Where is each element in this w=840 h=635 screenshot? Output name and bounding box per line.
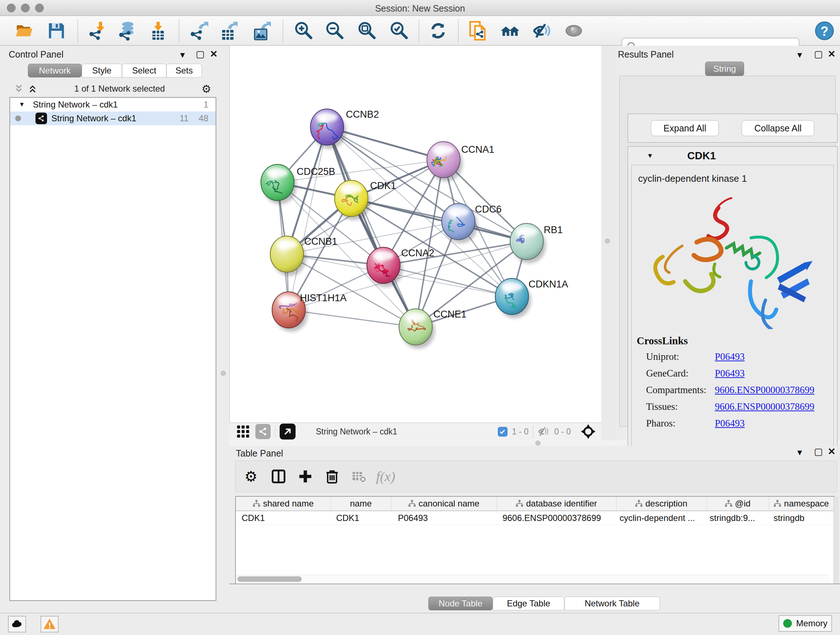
crosshair-icon[interactable] (580, 424, 596, 440)
tab-string[interactable]: String (705, 62, 744, 76)
results-panel-close-button[interactable]: ✕ (828, 49, 836, 59)
table-cell[interactable]: P06493 (392, 511, 497, 524)
table-panel-float-button[interactable]: ▾ (797, 448, 802, 457)
node-RB1[interactable] (510, 223, 546, 263)
node-CCNE1[interactable] (399, 309, 435, 348)
birdseye-grid-button[interactable] (236, 424, 250, 439)
table-panel-close-button[interactable]: ✕ (828, 447, 836, 456)
results-panel-float-button[interactable]: ▾ (797, 50, 802, 59)
crosslink-link[interactable]: P06493 (715, 368, 745, 379)
import-network-button[interactable] (88, 20, 109, 41)
results-panel-maximize-button[interactable]: ▢ (814, 49, 823, 59)
tab-style[interactable]: Style (82, 64, 122, 78)
control-panel-close-button[interactable]: ✕ (210, 49, 218, 59)
tab-edge-table[interactable]: Edge Table (493, 597, 564, 610)
show-all-button[interactable] (563, 20, 584, 41)
column-header--id[interactable]: @id (707, 497, 769, 510)
column-header-database-identifier[interactable]: database identifier (497, 497, 616, 510)
network-view-canvas[interactable]: CCNB2CCNA1CDC25BCDK1CDC6RB1CCNB1CCNA2CDK… (229, 46, 601, 423)
node-CDKN1A[interactable] (495, 279, 531, 318)
table-cell[interactable]: CDK1 (330, 511, 392, 524)
control-panel-float-button[interactable]: ▾ (180, 50, 185, 59)
column-header-canonical-name[interactable]: canonical name (391, 497, 497, 510)
open-in-window-button[interactable] (279, 424, 295, 440)
export-network-button[interactable] (189, 20, 210, 41)
open-session-button[interactable] (14, 20, 35, 41)
table-vertical-scrollbar[interactable] (834, 497, 838, 584)
import-table-button[interactable] (148, 20, 169, 41)
expand-all-tree-icon[interactable] (27, 84, 38, 94)
help-button[interactable]: ? (814, 20, 835, 41)
zoom-selected-button[interactable] (388, 20, 409, 41)
table-cell[interactable]: CDK1 (236, 511, 330, 524)
refresh-icon (429, 21, 447, 40)
collapse-all-button[interactable]: Collapse All (742, 120, 814, 136)
column-header-namespace[interactable]: namespace (769, 497, 834, 510)
delete-column-button[interactable] (322, 466, 343, 487)
right-splitter-handle[interactable] (605, 239, 610, 244)
zoom-out-button[interactable] (324, 20, 345, 41)
node-description: cyclin-dependent kinase 1 (638, 173, 834, 184)
table-cell[interactable]: cyclin-dependent ... (614, 511, 704, 524)
expand-all-button[interactable]: Expand All (651, 120, 719, 136)
horizontal-splitter-handle[interactable] (535, 440, 540, 446)
column-header-description[interactable]: description (616, 497, 707, 510)
first-neighbors-button[interactable] (500, 20, 521, 41)
selected-checkbox-icon[interactable] (498, 427, 508, 437)
left-splitter-handle[interactable] (221, 371, 226, 376)
column-header-name[interactable]: name (331, 497, 391, 510)
node-CDC25B[interactable] (261, 165, 297, 204)
hide-selected-button[interactable] (531, 20, 553, 41)
table-cell[interactable]: stringdb:9... (704, 511, 767, 524)
zoom-in-button[interactable] (293, 20, 314, 41)
memory-button[interactable]: Memory (778, 615, 832, 632)
memory-status-dot (783, 619, 792, 628)
table-options-gear-icon[interactable]: ⚙ (240, 466, 262, 487)
column-header-shared-name[interactable]: shared name (236, 497, 331, 510)
crosslink-row: Uniprot:P06493 (646, 348, 834, 365)
cloud-button[interactable] (8, 616, 26, 632)
node-section-header[interactable]: ▼ CDK1 (628, 147, 837, 165)
node-CDK1[interactable] (335, 180, 370, 220)
crosslink-link[interactable]: P06493 (715, 418, 745, 429)
node-CCNB2[interactable] (310, 109, 346, 149)
table-horizontal-scrollbar[interactable] (236, 575, 829, 583)
section-expand-arrow-icon[interactable]: ▼ (647, 152, 653, 160)
crosslink-link[interactable]: P06493 (715, 351, 745, 363)
save-session-button[interactable] (46, 20, 67, 41)
table-cell[interactable]: 9606.ENSP00000378699 (497, 511, 614, 524)
crosslink-link[interactable]: 9606.ENSP00000378699 (715, 401, 814, 412)
table-cell[interactable]: stringdb (767, 511, 834, 524)
footer-separator (275, 425, 275, 438)
copy-network-button[interactable] (468, 20, 489, 41)
create-column-button[interactable] (295, 466, 316, 487)
show-columns-button[interactable] (268, 466, 289, 487)
control-panel-maximize-button[interactable]: ▢ (196, 49, 205, 59)
tab-sets[interactable]: Sets (166, 64, 202, 78)
network-options-gear-icon[interactable]: ⚙ (202, 82, 211, 95)
collapse-all-tree-icon[interactable] (14, 84, 24, 94)
import-database-button[interactable] (117, 20, 137, 41)
network-label: String Network – cdk1 (51, 113, 136, 124)
warning-button[interactable] (41, 616, 58, 632)
tab-network-table[interactable]: Network Table (564, 597, 660, 610)
table-row[interactable]: CDK1CDK1P064939606.ENSP00000378699cyclin… (236, 511, 834, 525)
network-collection-row[interactable]: ▼ String Network – cdk1 1 (10, 98, 216, 111)
network-graph[interactable]: CCNB2CCNA1CDC25BCDK1CDC6RB1CCNB1CCNA2CDK… (230, 46, 602, 423)
tab-network[interactable]: Network (28, 64, 82, 78)
network-row-selected[interactable]: String Network – cdk1 11 48 (10, 111, 216, 125)
tab-node-table[interactable]: Node Table (428, 597, 493, 610)
collection-expand-arrow-icon[interactable]: ▼ (19, 101, 25, 108)
tab-select[interactable]: Select (122, 64, 166, 78)
table-panel-maximize-button[interactable]: ▢ (814, 447, 823, 456)
crosslink-link[interactable]: 9606.ENSP00000378699 (715, 385, 814, 396)
string-view-button[interactable] (256, 424, 271, 439)
node-label-CDKN1A: CDKN1A (529, 279, 568, 290)
horizontal-scrollbar-thumb[interactable] (237, 576, 302, 582)
export-table-button[interactable] (218, 20, 239, 41)
refresh-button[interactable] (428, 20, 448, 41)
export-image-button[interactable] (251, 20, 272, 41)
zoom-fit-button[interactable] (356, 20, 377, 41)
node-CCNA1[interactable] (427, 141, 463, 181)
edge-CCNB2-HIST1H1A[interactable] (289, 127, 327, 310)
